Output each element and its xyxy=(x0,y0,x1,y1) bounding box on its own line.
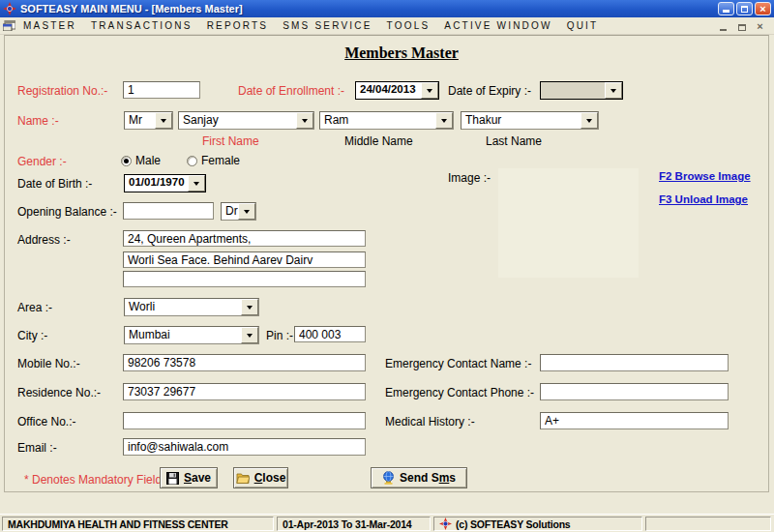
emergency-name-input[interactable] xyxy=(540,354,729,371)
opening-balance-label: Opening Balance :- xyxy=(17,205,117,219)
save-button[interactable]: Save xyxy=(160,467,218,488)
expiry-date-picker xyxy=(540,81,623,100)
mandatory-note: * Denotes Mandatory Field xyxy=(24,473,162,487)
last-name-combo[interactable]: Thakur xyxy=(461,111,599,130)
middle-name-value: Ram xyxy=(320,112,435,129)
close-button[interactable]: × xyxy=(755,2,771,15)
radio-dot-icon xyxy=(121,156,132,166)
image-label: Image :- xyxy=(448,171,491,185)
residence-label: Residence No.:- xyxy=(17,386,101,399)
close-form-button[interactable]: Close xyxy=(233,467,288,488)
unload-image-link[interactable]: F3 Unload Image xyxy=(659,193,748,205)
drcr-dropdown-icon[interactable] xyxy=(238,203,255,220)
address-line3-input[interactable] xyxy=(123,271,366,287)
status-period-text: 01-Apr-2013 To 31-Mar-2014 xyxy=(283,518,412,530)
status-period-panel: 01-Apr-2013 To 31-Mar-2014 xyxy=(277,517,431,531)
enrollment-label: Date of Enrollment :- xyxy=(238,84,344,98)
residence-input[interactable] xyxy=(123,383,366,400)
office-input[interactable] xyxy=(123,412,366,429)
menu-reports[interactable]: REPORTS xyxy=(207,20,269,31)
registration-label: Registration No.:- xyxy=(17,84,107,98)
city-dropdown-icon[interactable] xyxy=(241,327,258,343)
mobile-input[interactable] xyxy=(123,354,366,371)
medical-history-input[interactable] xyxy=(540,412,729,429)
mdi-restore-icon[interactable] xyxy=(735,20,748,32)
gender-label: Gender :- xyxy=(17,155,67,168)
send-sms-button-label: Send Sms xyxy=(400,471,456,485)
drcr-value: Dr xyxy=(222,203,238,220)
area-combo[interactable]: Worli xyxy=(124,298,259,316)
last-name-dropdown-icon[interactable] xyxy=(580,112,598,129)
status-empty-panel xyxy=(645,517,771,531)
status-copyright-panel: (c) SOFTEASY Solutions xyxy=(433,517,642,531)
pin-input[interactable] xyxy=(294,326,366,342)
enrollment-dropdown-icon[interactable] xyxy=(421,82,438,99)
title-bar: SOFTEASY MAIN MENU - [Members Master] × xyxy=(0,0,774,17)
middle-name-dropdown-icon[interactable] xyxy=(435,112,453,129)
city-value: Mumbai xyxy=(125,327,241,343)
salutation-dropdown-icon[interactable] xyxy=(155,112,172,129)
address-line2-input[interactable] xyxy=(123,251,366,268)
globe-icon xyxy=(382,471,395,485)
email-input[interactable] xyxy=(123,438,366,456)
gender-female-radio[interactable]: Female xyxy=(187,154,240,167)
emergency-phone-label: Emergency Contact Phone :- xyxy=(385,386,534,399)
gender-female-label: Female xyxy=(201,154,240,167)
status-bar: MAKHDUMIYA HEALTH AND FITNESS CENTER 01-… xyxy=(0,514,774,532)
area-label: Area :- xyxy=(17,301,52,314)
menu-transactions[interactable]: TRANSACTIONS xyxy=(91,20,193,31)
floppy-disk-icon xyxy=(166,472,179,485)
gender-male-radio[interactable]: Male xyxy=(121,154,161,167)
office-label: Office No.:- xyxy=(17,415,75,429)
restore-button[interactable] xyxy=(736,2,753,15)
save-button-label: Save xyxy=(184,471,211,485)
menu-master[interactable]: MASTER xyxy=(23,20,76,31)
status-company-panel: MAKHDUMIYA HEALTH AND FITNESS CENTER xyxy=(2,517,274,531)
gender-male-label: Male xyxy=(135,154,161,167)
emergency-phone-input[interactable] xyxy=(540,383,729,400)
enrollment-date-value: 24/04/2013 xyxy=(356,82,421,99)
salutation-combo[interactable]: Mr xyxy=(124,111,173,130)
app-icon xyxy=(3,2,16,15)
expiry-label: Date of Expiry :- xyxy=(448,84,531,98)
city-label: City :- xyxy=(17,329,47,342)
address-line1-input[interactable] xyxy=(123,230,366,247)
pin-label: Pin :- xyxy=(266,329,293,342)
mdi-child-icon[interactable] xyxy=(3,20,15,31)
salutation-value: Mr xyxy=(125,112,155,129)
opening-balance-input[interactable] xyxy=(123,202,214,220)
menu-quit[interactable]: QUIT xyxy=(567,20,599,31)
dob-dropdown-icon[interactable] xyxy=(188,175,205,192)
window-title: SOFTEASY MAIN MENU - [Members Master] xyxy=(20,3,718,15)
mobile-label: Mobile No.:- xyxy=(17,357,80,370)
middle-name-combo[interactable]: Ram xyxy=(319,111,454,130)
application-window: SOFTEASY MAIN MENU - [Members Master] × … xyxy=(0,0,774,532)
last-name-caption: Last Name xyxy=(486,134,542,148)
dob-value: 01/01/1970 xyxy=(125,175,188,192)
mdi-minimize-icon[interactable] xyxy=(717,20,729,32)
send-sms-button[interactable]: Send Sms xyxy=(371,467,467,488)
dob-date-picker[interactable]: 01/01/1970 xyxy=(124,174,206,192)
member-photo-placeholder xyxy=(498,168,639,278)
enrollment-date-picker[interactable]: 24/04/2013 xyxy=(355,81,439,100)
name-label: Name :- xyxy=(17,114,59,128)
menu-active-window[interactable]: ACTIVE WINDOW xyxy=(444,20,551,31)
first-name-combo[interactable]: Sanjay xyxy=(178,111,314,130)
close-button-label: Close xyxy=(254,471,286,485)
menu-tools[interactable]: TOOLS xyxy=(387,20,431,31)
minimize-button[interactable] xyxy=(718,2,734,15)
expiry-dropdown-icon xyxy=(605,82,622,99)
area-dropdown-icon[interactable] xyxy=(241,299,258,315)
drcr-combo[interactable]: Dr xyxy=(221,202,256,221)
emergency-name-label: Emergency Contact Name :- xyxy=(385,357,531,370)
last-name-value: Thakur xyxy=(461,112,580,129)
first-name-dropdown-icon[interactable] xyxy=(296,112,313,129)
menu-sms-service[interactable]: SMS SERVICE xyxy=(283,20,372,31)
mdi-close-icon[interactable]: × xyxy=(754,20,766,32)
registration-input[interactable] xyxy=(123,81,200,99)
city-combo[interactable]: Mumbai xyxy=(124,326,259,344)
email-label: Email :- xyxy=(17,441,57,455)
first-name-caption: First Name xyxy=(202,134,259,148)
middle-name-caption: Middle Name xyxy=(344,134,413,148)
browse-image-link[interactable]: F2 Browse Image xyxy=(659,170,751,182)
